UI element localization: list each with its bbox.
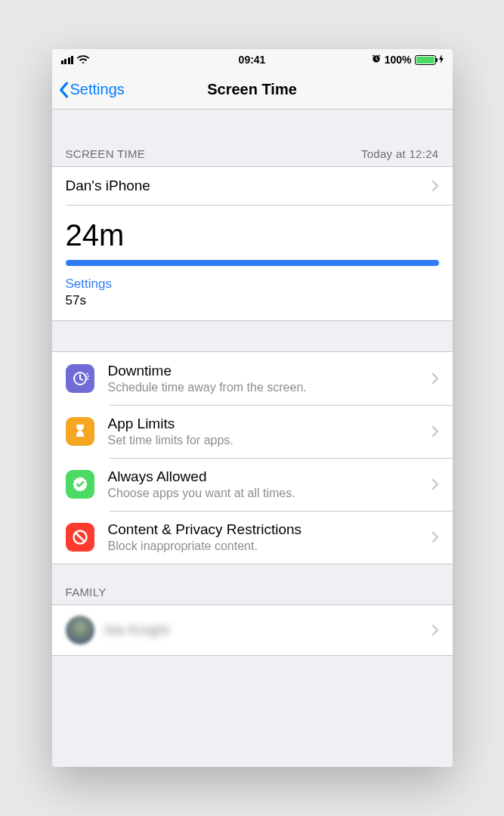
option-text: DowntimeSchedule time away from the scre… xyxy=(108,363,431,394)
usage-group: Dan's iPhone 24m Settings 57s xyxy=(52,166,453,321)
usage-summary: 24m Settings 57s xyxy=(52,205,453,320)
section-header-left: SCREEN TIME xyxy=(66,147,146,160)
option-row-allowed[interactable]: Always AllowedChoose apps you want at al… xyxy=(52,458,453,511)
family-header-label: FAMILY xyxy=(66,586,107,598)
options-group: DowntimeSchedule time away from the scre… xyxy=(52,351,453,564)
usage-category-time: 57s xyxy=(66,293,439,308)
usage-bar xyxy=(66,260,439,266)
hourglass-icon xyxy=(66,417,94,446)
nav-bar: Settings Screen Time xyxy=(52,70,453,110)
back-button[interactable]: Settings xyxy=(58,81,125,98)
chevron-right-icon xyxy=(431,624,439,636)
family-member-row[interactable]: Ida Knight xyxy=(52,605,453,655)
status-time: 09:41 xyxy=(52,54,453,66)
family-group: Ida Knight xyxy=(52,604,453,656)
usage-category-label: Settings xyxy=(66,277,439,292)
option-title: Always Allowed xyxy=(108,468,431,485)
chevron-right-icon xyxy=(431,531,439,543)
option-subtitle: Block inappropriate content. xyxy=(108,539,431,553)
option-subtitle: Set time limits for apps. xyxy=(108,434,431,447)
option-row-downtime[interactable]: DowntimeSchedule time away from the scre… xyxy=(52,352,453,405)
device-row[interactable]: Dan's iPhone xyxy=(52,167,453,205)
check-seal-icon xyxy=(66,470,94,499)
avatar xyxy=(66,616,94,644)
back-label: Settings xyxy=(70,81,125,98)
chevron-left-icon xyxy=(58,82,69,98)
option-title: Content & Privacy Restrictions xyxy=(108,521,431,538)
screen-time-settings-screen: 09:41 100% Settings Screen Time SCREEN T… xyxy=(52,49,453,767)
battery-icon xyxy=(415,55,436,65)
device-name: Dan's iPhone xyxy=(66,178,431,194)
total-usage-time: 24m xyxy=(66,218,439,252)
option-row-applimits[interactable]: App LimitsSet time limits for apps. xyxy=(52,405,453,458)
content-scroll[interactable]: SCREEN TIME Today at 12:24 Dan's iPhone … xyxy=(52,110,453,767)
option-title: App Limits xyxy=(108,416,431,432)
chevron-right-icon xyxy=(431,372,439,385)
section-header-family: FAMILY xyxy=(52,564,453,604)
option-text: Always AllowedChoose apps you want at al… xyxy=(108,468,431,500)
option-title: Downtime xyxy=(108,363,431,379)
chevron-right-icon xyxy=(431,180,439,192)
section-header-right: Today at 12:24 xyxy=(361,147,439,160)
usage-bar-fill xyxy=(66,260,439,266)
chevron-right-icon xyxy=(431,478,439,490)
section-header-screen-time: SCREEN TIME Today at 12:24 xyxy=(52,110,453,166)
option-text: Content & Privacy RestrictionsBlock inap… xyxy=(108,521,431,553)
family-member-name: Ida Knight xyxy=(105,622,170,638)
option-subtitle: Schedule time away from the screen. xyxy=(108,381,431,394)
status-bar: 09:41 100% xyxy=(52,49,453,70)
svg-line-2 xyxy=(76,533,84,542)
option-text: App LimitsSet time limits for apps. xyxy=(108,416,431,447)
downtime-icon xyxy=(66,364,94,393)
no-sign-icon xyxy=(66,523,94,552)
chevron-right-icon xyxy=(431,425,439,437)
option-row-restrict[interactable]: Content & Privacy RestrictionsBlock inap… xyxy=(52,511,453,564)
option-subtitle: Choose apps you want at all times. xyxy=(108,487,431,500)
